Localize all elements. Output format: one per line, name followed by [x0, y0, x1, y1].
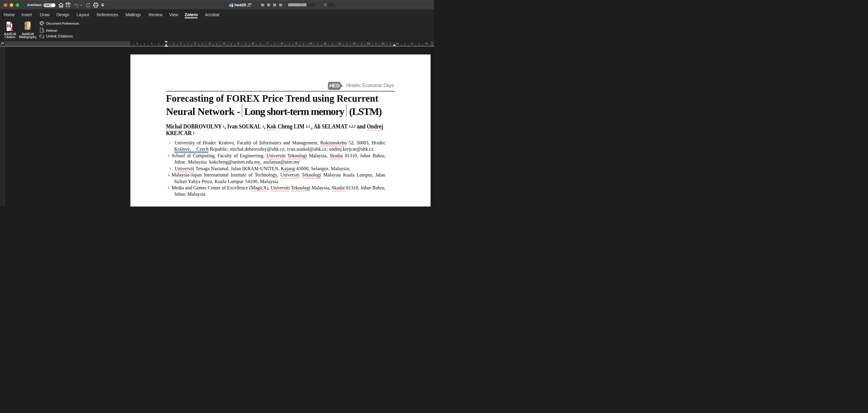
- svg-text:Z: Z: [28, 26, 32, 31]
- svg-text:z: z: [42, 23, 43, 26]
- svg-text:HED: HED: [329, 83, 340, 88]
- svg-text:Z: Z: [10, 26, 13, 32]
- svg-text:W: W: [229, 4, 232, 7]
